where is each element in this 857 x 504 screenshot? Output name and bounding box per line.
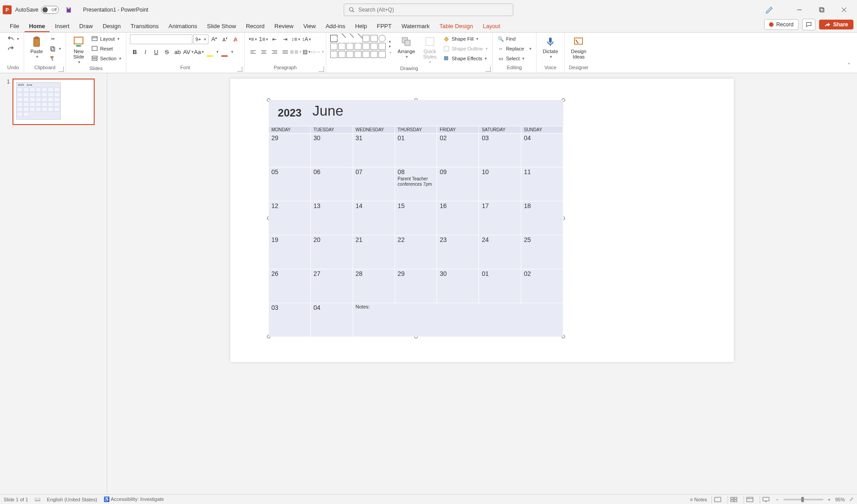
shape-fill-button[interactable]: Shape Fill▾ (442, 34, 489, 43)
zoom-slider[interactable] (783, 499, 824, 500)
tab-fppt[interactable]: FPPT (372, 21, 396, 32)
tab-watermark[interactable]: Watermark (397, 21, 434, 32)
calendar-event[interactable]: Parent Teacher conferences 7pm (398, 176, 434, 187)
decrease-font-button[interactable]: A▾ (220, 34, 230, 44)
justify-button[interactable] (280, 47, 290, 57)
copy-button[interactable]: ▾ (48, 44, 62, 53)
calendar-cell[interactable]: 31 (353, 133, 395, 167)
coming-soon-pen-icon[interactable] (761, 5, 778, 14)
drawing-launcher[interactable] (485, 67, 491, 72)
calendar-cell[interactable]: 03 (269, 303, 311, 337)
find-button[interactable]: 🔍Find (496, 34, 533, 43)
search-box[interactable] (344, 4, 513, 16)
spellcheck-icon[interactable]: 📖 (34, 496, 41, 502)
tab-insert[interactable]: Insert (50, 21, 74, 32)
underline-button[interactable]: U (151, 47, 161, 57)
calendar-cell[interactable]: 29 (395, 269, 437, 303)
tab-home[interactable]: Home (25, 21, 50, 32)
font-name-combo[interactable] (130, 34, 192, 44)
calendar-cell[interactable]: 14 (353, 201, 395, 235)
normal-view-button[interactable] (711, 496, 723, 504)
slide-editing-area[interactable]: 2023 June MONDAY TUESDAY WEDNESDAY THURS… (107, 73, 857, 494)
tab-review[interactable]: Review (270, 21, 298, 32)
clear-formatting-button[interactable]: A̷ (231, 34, 241, 44)
calendar-cell[interactable]: 06 (311, 167, 353, 201)
align-center-button[interactable] (259, 47, 269, 57)
paste-button[interactable]: Paste▾ (28, 34, 46, 60)
calendar-month[interactable]: June (311, 100, 345, 126)
zoom-slider-knob[interactable] (801, 497, 804, 502)
font-launcher[interactable] (237, 67, 242, 72)
shapes-scroll-up[interactable]: ▴ (389, 39, 392, 43)
calendar-cell[interactable]: 26 (269, 269, 311, 303)
slide-thumbnail-pane[interactable]: 1 2023June (0, 73, 107, 494)
increase-indent-button[interactable]: ⇥ (280, 34, 290, 44)
calendar-cell[interactable]: 15 (395, 201, 437, 235)
zoom-out-button[interactable]: − (776, 497, 778, 502)
format-painter-button[interactable] (48, 54, 62, 63)
calendar-cell[interactable]: 22 (395, 235, 437, 269)
calendar-cell[interactable]: 20 (311, 235, 353, 269)
slide-counter[interactable]: Slide 1 of 1 (4, 497, 28, 502)
record-button[interactable]: Record (764, 19, 799, 30)
redo-button[interactable] (6, 44, 20, 53)
calendar-year[interactable]: 2023 (269, 100, 311, 126)
reset-slide-button[interactable]: Reset (90, 44, 122, 53)
calendar-cell[interactable]: 18 (521, 201, 563, 235)
paragraph-launcher[interactable] (319, 67, 324, 72)
bullets-button[interactable]: •≡▾ (248, 34, 258, 44)
selected-table-object[interactable]: 2023 June MONDAY TUESDAY WEDNESDAY THURS… (269, 100, 563, 337)
decrease-indent-button[interactable]: ⇤ (270, 34, 279, 44)
line-spacing-button[interactable]: ↕≡▾ (291, 34, 301, 44)
calendar-cell[interactable]: 17 (479, 201, 521, 235)
thumbnail-row-1[interactable]: 1 2023June (4, 79, 102, 125)
calendar-cell[interactable]: 28 (353, 269, 395, 303)
calendar-cell[interactable]: 02 (437, 133, 479, 167)
tab-slide-show[interactable]: Slide Show (203, 21, 241, 32)
columns-button[interactable]: ≣≣▾ (291, 47, 301, 57)
calendar-cell[interactable]: 24 (479, 235, 521, 269)
day-name-tue[interactable]: TUESDAY (311, 126, 353, 133)
shapes-more[interactable]: ⌄ (389, 50, 392, 54)
calendar-cell[interactable]: 09 (437, 167, 479, 201)
align-text-button[interactable]: ▤▾ (302, 47, 312, 57)
save-button[interactable] (62, 4, 75, 16)
calendar-cell[interactable]: 05 (269, 167, 311, 201)
autosave-control[interactable]: AutoSave Off (15, 6, 59, 14)
calendar-cell[interactable]: 04 (521, 133, 563, 167)
accessibility-status[interactable]: ♿ Accessibility: Investigate (104, 496, 164, 502)
calendar-cell[interactable]: 29 (269, 133, 311, 167)
calendar-cell[interactable]: 25 (521, 235, 563, 269)
dictate-button[interactable]: Dictate▾ (540, 34, 561, 60)
calendar-cell[interactable]: 08Parent Teacher conferences 7pm (395, 167, 437, 201)
maximize-button[interactable] (811, 3, 832, 17)
calendar-cell[interactable]: 10 (479, 167, 521, 201)
zoom-in-button[interactable]: + (828, 497, 831, 502)
calendar-cell[interactable]: 13 (311, 201, 353, 235)
bold-button[interactable]: B (130, 47, 140, 57)
tab-transitions[interactable]: Transitions (126, 21, 163, 32)
calendar-cell[interactable]: 16 (437, 201, 479, 235)
calendar-cell[interactable]: 01 (479, 269, 521, 303)
calendar-cell[interactable]: 30 (311, 133, 353, 167)
slide-layout-button[interactable]: Layout▾ (90, 34, 122, 43)
day-name-thu[interactable]: THURSDAY (395, 126, 437, 133)
calendar-cell[interactable]: 03 (479, 133, 521, 167)
share-button[interactable]: Share (819, 20, 853, 29)
cut-button[interactable]: ✂ (48, 34, 62, 43)
tab-table-design[interactable]: Table Design (435, 21, 478, 32)
tab-layout[interactable]: Layout (478, 21, 505, 32)
design-ideas-button[interactable]: Design Ideas (568, 34, 589, 60)
tab-file[interactable]: File (5, 21, 24, 32)
zoom-percent[interactable]: 95% (835, 497, 845, 502)
tab-record[interactable]: Record (241, 21, 269, 32)
strikethrough-button[interactable]: S (162, 47, 172, 57)
calendar-cell[interactable]: 21 (353, 235, 395, 269)
slide-canvas[interactable]: 2023 June MONDAY TUESDAY WEDNESDAY THURS… (230, 79, 734, 362)
select-button[interactable]: ▭Select▾ (496, 54, 533, 63)
section-button[interactable]: Section▾ (90, 54, 122, 63)
numbering-button[interactable]: 1≡▾ (259, 34, 269, 44)
shape-outline-button[interactable]: Shape Outline▾ (442, 44, 489, 53)
tab-animations[interactable]: Animations (164, 21, 202, 32)
calendar-table[interactable]: 2023 June MONDAY TUESDAY WEDNESDAY THURS… (269, 100, 563, 337)
